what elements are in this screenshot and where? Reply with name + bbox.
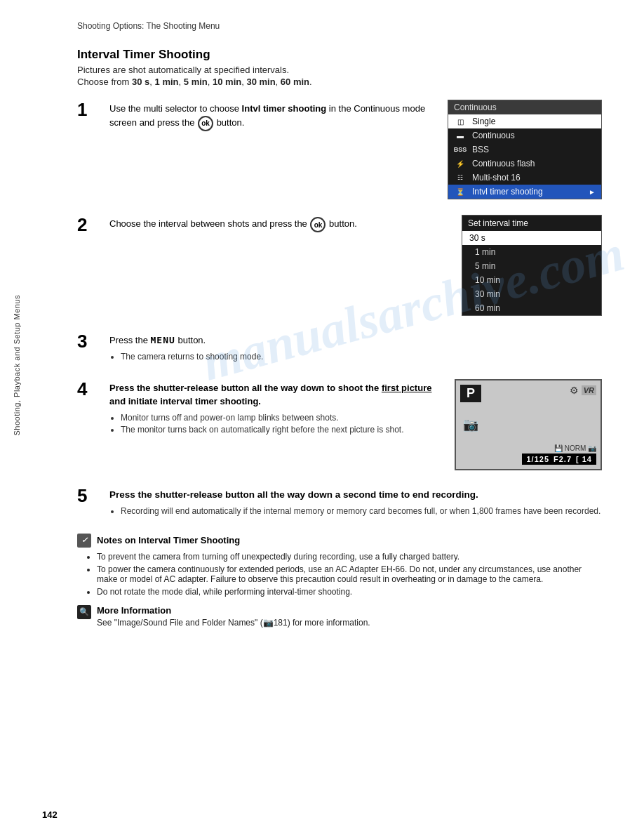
step-4-text: Press the shutter-release button all the… — [109, 381, 441, 409]
interval-30s: 30 s — [462, 231, 601, 245]
interval-1min: 1 min — [462, 245, 601, 259]
notes-bullet-3: Do not rotate the mode dial, while perfo… — [97, 587, 602, 597]
page-header: Shooting Options: The Shooting Menu — [77, 21, 602, 35]
p-mode-label: P — [460, 385, 481, 402]
more-info-title: More Information — [97, 605, 370, 616]
ok-button-2-icon: ok — [310, 217, 326, 232]
ok-button-icon: ok — [198, 116, 213, 131]
step-4-bullets: Monitor turns off and power-on lamp blin… — [121, 413, 441, 435]
step-1-image: Continuous ◫ Single ▬ Continuous BSS BSS — [448, 100, 602, 199]
step-5-content: Press the shutter-release button all the… — [109, 486, 602, 518]
step-1-text: Use the multi selector to choose Intvl t… — [109, 102, 434, 131]
step-2-content: Choose the interval between shots and pr… — [109, 215, 448, 237]
step-1: 1 Use the multi selector to choose Intvl… — [77, 100, 602, 199]
step-3-content: Press the MENU button. The camera return… — [109, 331, 602, 364]
more-info-section: 🔍 More Information See "Image/Sound File… — [77, 605, 602, 628]
notes-icon: ✓ — [77, 534, 91, 548]
settings-icon: ⚙ — [570, 385, 579, 396]
bss-icon: BSS — [454, 145, 467, 154]
step-5: 5 Press the shutter-release button all t… — [77, 486, 602, 518]
continuous-icon: ▬ — [454, 131, 467, 140]
interval-title: Set interval time — [462, 216, 601, 231]
step-5-text: Press the shutter-release button all the… — [109, 488, 602, 502]
notes-bullets: To prevent the camera from turning off u… — [97, 552, 602, 597]
step-3-bullets: The camera returns to shooting mode. — [121, 352, 602, 362]
camera-top-icons: ⚙ VR — [570, 385, 596, 396]
menu-item-continuous: ▬ Continuous — [448, 128, 601, 143]
notes-section: ✓ Notes on Interval Timer Shooting To pr… — [77, 534, 602, 597]
interval-60min: 60 min — [462, 301, 601, 315]
notes-header: ✓ Notes on Interval Timer Shooting — [77, 534, 602, 548]
menu-item-multi: ☷ Multi-shot 16 — [448, 171, 601, 185]
flash-icon: ⚡ — [454, 159, 467, 168]
step-2-image: Set interval time 30 s 1 min 5 min 10 mi… — [462, 215, 602, 316]
step-3: 3 Press the MENU button. The camera retu… — [77, 331, 602, 364]
interval-5min: 5 min — [462, 259, 601, 273]
step-2-number: 2 — [77, 215, 102, 235]
continuous-menu: Continuous ◫ Single ▬ Continuous BSS BSS — [448, 100, 602, 199]
more-info-icon: 🔍 — [77, 605, 91, 619]
more-info-content: More Information See "Image/Sound File a… — [97, 605, 370, 628]
step-5-number: 5 — [77, 486, 102, 506]
step-4-image: P ⚙ VR 📷 💾 NORM 📷 — [455, 379, 602, 470]
shutter-value: 1/125 — [526, 455, 549, 463]
step-5-bullet-1: Recording will end automatically if the … — [121, 506, 602, 516]
menu-item-intvl: ⏳ Intvl timer shooting ► — [448, 185, 601, 199]
step-5-bullets: Recording will end automatically if the … — [121, 506, 602, 516]
frames-value: [ 14 — [576, 455, 592, 463]
menu-item-single: ◫ Single — [448, 114, 601, 128]
multi-icon: ☷ — [454, 173, 467, 183]
camera-bottom: 💾 NORM 📷 1/125 F2.7 [ 14 — [460, 444, 596, 465]
sd-card-icon: 💾 NORM 📷 — [554, 444, 596, 452]
step-1-content: Use the multi selector to choose Intvl t… — [109, 100, 434, 135]
interval-30min: 30 min — [462, 287, 601, 301]
step-3-text: Press the MENU button. — [109, 333, 602, 348]
single-icon: ◫ — [454, 117, 467, 126]
vr-badge: VR — [582, 385, 596, 395]
camera-left-icon: 📷 — [463, 417, 478, 432]
interval-10min: 10 min — [462, 273, 601, 287]
arrow-icon: ► — [589, 188, 596, 196]
step-3-bullet-1: The camera returns to shooting mode. — [121, 352, 602, 362]
step-3-number: 3 — [77, 331, 102, 352]
aperture-value: F2.7 — [554, 455, 572, 463]
interval-menu: Set interval time 30 s 1 min 5 min 10 mi… — [462, 215, 602, 316]
step-4-bullet-2: The monitor turns back on automatically … — [121, 425, 441, 435]
page-number: 142 — [42, 809, 58, 820]
camera-top: P ⚙ VR — [460, 385, 596, 402]
notes-title: Notes on Interval Timer Shooting — [97, 535, 240, 545]
camera-display: P ⚙ VR 📷 💾 NORM 📷 — [455, 379, 602, 470]
camera-bottom-right: 💾 NORM 📷 1/125 F2.7 [ 14 — [522, 444, 596, 465]
notes-bullet-1: To prevent the camera from turning off u… — [97, 552, 602, 562]
timer-icon: ⏳ — [454, 187, 467, 197]
section-subtitle: Pictures are shot automatically at speci… — [77, 65, 602, 75]
more-info-text: See "Image/Sound File and Folder Names" … — [97, 618, 370, 628]
exposure-bar: 1/125 F2.7 [ 14 — [522, 454, 596, 465]
section-subtitle2: Choose from 30 s, 1 min, 5 min, 10 min, … — [77, 77, 602, 87]
step-4-content: Press the shutter-release button all the… — [109, 379, 441, 437]
steps-area: 1 Use the multi selector to choose Intvl… — [77, 100, 602, 518]
notes-bullet-2: To power the camera continuously for ext… — [97, 564, 602, 584]
menu-title: Continuous — [448, 100, 601, 114]
step-4-bullet-1: Monitor turns off and power-on lamp blin… — [121, 413, 441, 423]
step-2-text: Choose the interval between shots and pr… — [109, 217, 448, 232]
menu-item-bss: BSS BSS — [448, 143, 601, 157]
step-2: 2 Choose the interval between shots and … — [77, 215, 602, 316]
step-1-number: 1 — [77, 100, 102, 120]
step-4-number: 4 — [77, 379, 102, 399]
step-4: 4 Press the shutter-release button all t… — [77, 379, 602, 470]
menu-item-cont-flash: ⚡ Continuous flash — [448, 157, 601, 171]
section-title: Interval Timer Shooting — [77, 48, 602, 62]
menu-label: MENU — [151, 335, 175, 345]
